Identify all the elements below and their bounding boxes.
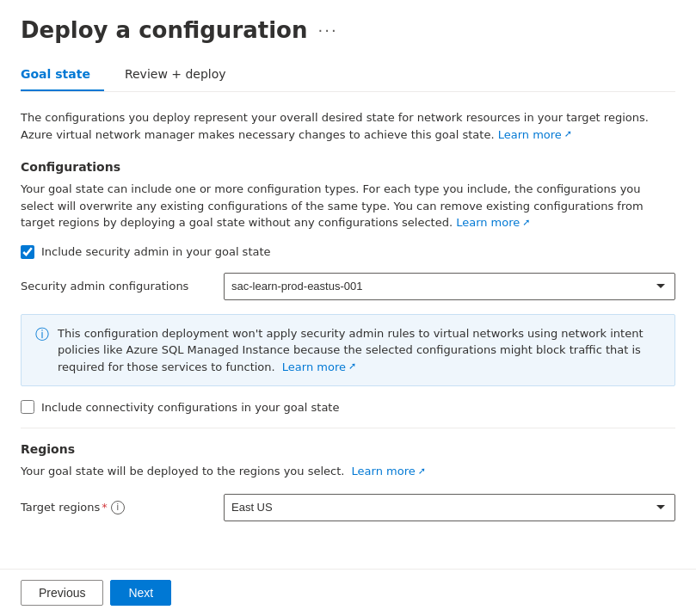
include-security-admin-row: Include security admin in your goal stat…: [21, 245, 675, 259]
target-regions-info-icon[interactable]: i: [111, 501, 125, 514]
regions-description: Your goal state will be deployed to the …: [21, 463, 675, 480]
include-connectivity-row: Include connectivity configurations in y…: [21, 400, 675, 414]
intro-description: The configurations you deploy represent …: [21, 109, 675, 143]
include-security-admin-checkbox[interactable]: [21, 245, 34, 259]
target-regions-label-container: Target regions * i: [21, 501, 210, 514]
previous-button[interactable]: Previous: [21, 580, 103, 606]
tab-goal-state[interactable]: Goal state: [21, 60, 104, 91]
external-link-icon: ➚: [564, 127, 572, 142]
configurations-section-title: Configurations: [21, 160, 675, 174]
security-admin-config-select[interactable]: sac-learn-prod-eastus-001: [224, 273, 675, 300]
required-star: *: [102, 501, 108, 514]
regions-external-link-icon: ➚: [418, 465, 426, 479]
intro-learn-more-link[interactable]: Learn more ➚: [498, 126, 572, 144]
footer-bar: Previous Next: [0, 569, 696, 616]
configurations-learn-more-link[interactable]: Learn more ➚: [456, 214, 530, 231]
security-admin-config-label: Security admin configurations: [21, 280, 210, 293]
info-box-external-link-icon: ➚: [348, 360, 356, 374]
target-regions-select[interactable]: East US: [224, 494, 675, 521]
next-button[interactable]: Next: [110, 580, 171, 606]
include-security-admin-label[interactable]: Include security admin in your goal stat…: [41, 245, 271, 258]
target-regions-row: Target regions * i East US: [21, 494, 675, 521]
regions-section-title: Regions: [21, 442, 675, 456]
info-box: ⓘ This configuration deployment won't ap…: [21, 314, 675, 387]
page-title: Deploy a configuration: [21, 17, 307, 43]
configurations-description: Your goal state can include one or more …: [21, 181, 675, 231]
info-icon: ⓘ: [35, 326, 49, 376]
tab-bar: Goal state Review + deploy: [21, 60, 675, 92]
include-connectivity-label[interactable]: Include connectivity configurations in y…: [41, 401, 339, 414]
section-divider: [21, 428, 675, 428]
tab-review-deploy[interactable]: Review + deploy: [125, 60, 240, 91]
more-options-icon[interactable]: ···: [317, 22, 337, 40]
regions-learn-more-link[interactable]: Learn more ➚: [352, 463, 426, 480]
info-box-text: This configuration deployment won't appl…: [58, 325, 661, 376]
security-admin-config-row: Security admin configurations sac-learn-…: [21, 273, 675, 300]
include-connectivity-checkbox[interactable]: [21, 400, 34, 414]
configurations-external-link-icon: ➚: [522, 216, 530, 231]
target-regions-label: Target regions: [21, 501, 100, 514]
info-box-learn-more-link[interactable]: Learn more ➚: [282, 359, 356, 376]
